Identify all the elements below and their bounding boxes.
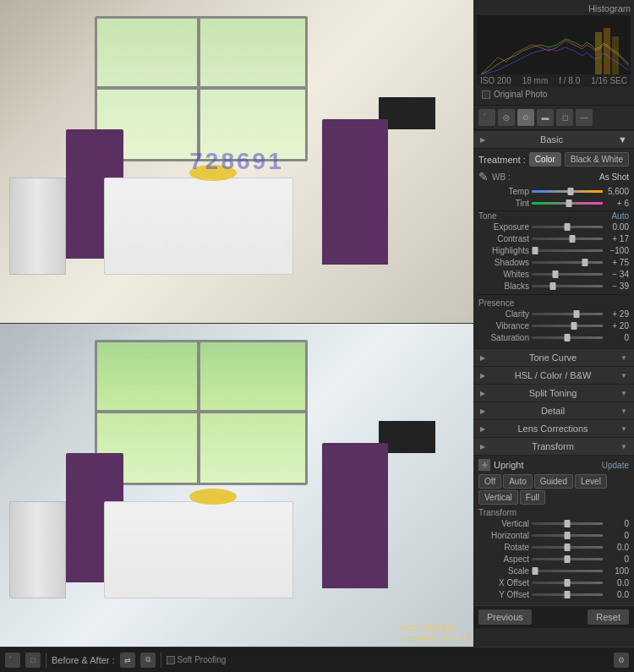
- shadows-thumb[interactable]: [582, 259, 588, 266]
- tone-curve-chevron: ▼: [620, 354, 627, 362]
- temp-track[interactable]: [532, 190, 603, 193]
- eyedropper-icon[interactable]: ✎: [478, 170, 489, 183]
- highlights-thumb[interactable]: [533, 247, 538, 254]
- saturation-slider-row: Saturation 0: [478, 333, 629, 342]
- blacks-slider-row: Blacks − 39: [478, 281, 629, 291]
- original-photo-row[interactable]: Original Photo: [477, 87, 631, 101]
- lens-corrections-row[interactable]: ▶ Lens Corrections ▼: [473, 419, 634, 437]
- settings-icon[interactable]: ⚙: [614, 653, 629, 668]
- aspect-thumb[interactable]: [565, 555, 571, 563]
- temp-thumb[interactable]: [568, 188, 574, 195]
- blacks-thumb[interactable]: [550, 282, 556, 290]
- blacks-track[interactable]: [532, 285, 603, 287]
- level-button[interactable]: Level: [575, 474, 607, 489]
- highlights-track[interactable]: [532, 249, 603, 252]
- horizontal-track[interactable]: [532, 534, 603, 537]
- aspect-track[interactable]: [532, 558, 603, 560]
- y-offset-thumb[interactable]: [565, 591, 571, 598]
- tone-auto-button[interactable]: Auto: [611, 211, 629, 221]
- saturation-track[interactable]: [532, 336, 603, 339]
- tint-track[interactable]: [532, 202, 603, 205]
- bw-button[interactable]: Black & White: [565, 152, 629, 167]
- clarity-thumb[interactable]: [573, 310, 579, 318]
- skylight: [95, 16, 308, 161]
- scale-thumb[interactable]: [533, 567, 538, 575]
- color-button[interactable]: Color: [529, 152, 561, 167]
- x-offset-track[interactable]: [532, 582, 603, 584]
- transform-triangle: ▶: [480, 443, 485, 451]
- shadows-value: + 75: [605, 258, 629, 267]
- brush-tool[interactable]: ◻: [556, 109, 573, 126]
- rotate-thumb[interactable]: [565, 544, 571, 551]
- full-button[interactable]: Full: [520, 490, 545, 505]
- contrast-track[interactable]: [532, 238, 603, 240]
- graduated-filter[interactable]: ▬: [537, 109, 554, 126]
- presence-header: Presence: [478, 298, 629, 308]
- clarity-track[interactable]: [532, 313, 603, 315]
- contrast-thumb[interactable]: [569, 235, 575, 243]
- swap-icon[interactable]: ⇄: [120, 653, 135, 668]
- highlights-slider-row: Highlights −100: [478, 246, 629, 255]
- svg-rect-0: [595, 32, 602, 74]
- lens-value: 18 mm: [522, 76, 549, 85]
- spot-tool[interactable]: ◎: [498, 109, 515, 126]
- reset-button[interactable]: Reset: [588, 609, 629, 625]
- chair-right-after: [322, 443, 388, 588]
- previous-button[interactable]: Previous: [478, 609, 532, 625]
- basic-triangle: ▶: [480, 136, 485, 144]
- detail-row[interactable]: ▶ Detail ▼: [473, 402, 634, 419]
- zoom-out-icon[interactable]: □: [25, 653, 41, 668]
- x-offset-thumb[interactable]: [565, 579, 571, 587]
- develop-tool[interactable]: —: [576, 109, 593, 126]
- scale-label: Scale: [478, 566, 529, 576]
- tint-label: Tint: [478, 199, 529, 208]
- y-offset-track[interactable]: [532, 593, 603, 596]
- rotate-track[interactable]: [532, 546, 603, 549]
- vertical-thumb[interactable]: [565, 520, 571, 527]
- transform-section-header[interactable]: ▶ Transform ▼: [473, 437, 634, 456]
- right-panel: Histogram ISO 200 18 mm: [473, 0, 634, 647]
- split-toning-row[interactable]: ▶ Split Toning ▼: [473, 384, 634, 402]
- exposure-track[interactable]: [532, 226, 603, 228]
- aspect-label: Aspect: [478, 555, 529, 564]
- off-button[interactable]: Off: [478, 474, 501, 489]
- wb-label: WB :: [492, 172, 511, 182]
- contrast-value: + 17: [605, 234, 629, 243]
- update-button[interactable]: Update: [602, 461, 629, 470]
- temp-slider-row: Temp 5,600: [478, 187, 629, 196]
- whites-thumb[interactable]: [552, 270, 558, 278]
- vibrance-thumb[interactable]: [571, 322, 577, 330]
- tint-slider-row: Tint + 6: [478, 199, 629, 208]
- saturation-thumb[interactable]: [565, 334, 571, 341]
- whites-track[interactable]: [532, 273, 603, 276]
- vibrance-slider-row: Vibrance + 20: [478, 321, 629, 331]
- highlights-value: −100: [605, 246, 629, 255]
- shadows-track[interactable]: [532, 261, 603, 264]
- x-offset-value: 0.0: [605, 578, 629, 587]
- vertical-track[interactable]: [532, 522, 603, 525]
- guided-button[interactable]: Guided: [534, 474, 573, 489]
- tone-curve-row[interactable]: ▶ Tone Curve ▼: [473, 348, 634, 366]
- exposure-thumb[interactable]: [565, 223, 571, 231]
- scale-track[interactable]: [532, 570, 603, 572]
- rotate-value: 0.0: [605, 543, 629, 552]
- photo-panel: 728691 Before POCO 摄影专题http://photo.poco…: [0, 0, 473, 647]
- basic-section-header[interactable]: ▶ Basic ▼: [473, 130, 634, 149]
- auto-button[interactable]: Auto: [503, 474, 533, 489]
- vertical-button[interactable]: Vertical: [478, 490, 518, 505]
- before-photo: 728691 Before: [0, 0, 473, 324]
- hsl-row-header[interactable]: ▶ HSL / Color / B&W ▼: [473, 366, 634, 384]
- copy-icon[interactable]: ⧉: [140, 653, 156, 668]
- clarity-label: Clarity: [478, 309, 529, 319]
- soft-proofing-row[interactable]: Soft Proofing: [167, 655, 227, 664]
- vibrance-track[interactable]: [532, 325, 603, 327]
- crop-tool[interactable]: ⬛: [478, 109, 495, 126]
- soft-proofing-checkbox[interactable]: [167, 656, 175, 664]
- horizontal-thumb[interactable]: [565, 532, 571, 539]
- redeye-tool[interactable]: ⊙: [517, 109, 534, 126]
- original-photo-checkbox[interactable]: [482, 90, 490, 99]
- tint-thumb[interactable]: [566, 199, 571, 207]
- hsl-chevron: ▼: [620, 372, 627, 380]
- zoom-in-icon[interactable]: ⬛: [5, 653, 20, 668]
- horizontal-label: Horizontal: [478, 531, 529, 540]
